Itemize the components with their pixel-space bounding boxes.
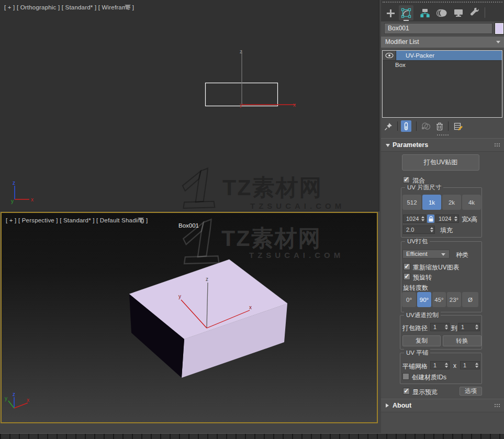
tile-y-spinner[interactable]: 1 (460, 361, 480, 369)
tripod-y-axis (8, 401, 14, 408)
rollout-grip-icon (495, 404, 500, 408)
modifier-stack: UV-Packer Box (382, 50, 502, 118)
modifier-visibility-toggle[interactable] (383, 51, 396, 60)
toolbar-separator (416, 121, 417, 131)
stack-item-uvpacker[interactable]: UV-Packer (383, 51, 502, 60)
panel-drag-handle[interactable] (383, 2, 502, 3)
modifier-list-dropdown[interactable]: Modifier List (381, 37, 504, 48)
aspect-lock-button[interactable] (427, 215, 434, 223)
tab-hierarchy[interactable] (418, 5, 432, 20)
channel-from-spinner[interactable]: 1 (430, 323, 450, 331)
track-bar[interactable] (0, 433, 504, 439)
height-spinner[interactable]: 1024 (435, 215, 459, 223)
spinner-arrows[interactable] (474, 323, 479, 331)
remove-modifier-button[interactable] (434, 120, 445, 132)
tab-create[interactable] (383, 5, 398, 20)
make-unique-button[interactable] (421, 120, 431, 132)
channel-from-value: 1 (431, 323, 443, 331)
viewport-perspective[interactable]: [ + ] [ Perspective ] [ Standard* ] [ De… (1, 212, 378, 423)
padding-label: 填充 (440, 226, 453, 235)
lock-icon (428, 216, 434, 222)
to-label: 到 (451, 324, 457, 333)
rescale-checkbox[interactable]: ✓ (404, 263, 410, 270)
tab-separator (485, 7, 485, 18)
rollout-closed-arrow-icon (386, 403, 389, 408)
material-ids-checkbox-label: 创建材质IDs (412, 373, 446, 382)
pin-icon (384, 122, 393, 131)
create-plus-icon (385, 8, 396, 18)
tab-display[interactable] (451, 5, 466, 20)
rollout-title: Parameters (393, 139, 428, 152)
padding-value: 2.0 (404, 226, 429, 233)
spinner-arrows[interactable] (453, 215, 458, 222)
gizmo-x-label: x (249, 305, 252, 310)
rollout-grip-icon (495, 143, 500, 147)
tripod-x-label: x (27, 397, 29, 403)
options-button[interactable]: 选项 (460, 387, 482, 396)
spinner-arrows[interactable] (443, 362, 449, 369)
rotation-label: 旋转度数 (403, 284, 428, 292)
prerotate-checkbox[interactable]: ✓ (404, 273, 410, 280)
blend-checkbox[interactable]: ✓ (403, 176, 410, 183)
stack-item-label: UV-Packer (396, 51, 502, 60)
copy-button[interactable]: 复制 (402, 335, 441, 346)
object-name-input[interactable]: Box001 (384, 23, 492, 34)
tile-x-value: 1 (431, 362, 443, 369)
rotate-45-button[interactable]: 45° (432, 292, 446, 307)
tab-utilities[interactable] (468, 5, 483, 20)
stack-item-box[interactable]: Box (383, 60, 502, 69)
engine-dropdown[interactable]: Efficient (402, 250, 450, 258)
show-preview-checkbox[interactable]: ✓ (403, 388, 410, 395)
chevron-down-icon (441, 253, 445, 256)
spinner-arrows[interactable] (420, 215, 425, 222)
configure-sets-icon (454, 122, 463, 131)
motion-icon (436, 8, 447, 18)
pin-stack-button[interactable] (383, 120, 394, 132)
tripod-x-label: x (31, 197, 33, 202)
channel-to-spinner[interactable]: 1 (458, 323, 480, 331)
object-color-swatch[interactable] (495, 23, 503, 34)
gizmo-y-label: y (240, 102, 242, 108)
uv-size-group-title: UV 片面尺寸 (405, 184, 443, 192)
rollout-drag-handle[interactable] (437, 134, 449, 136)
rollout-parameters-header[interactable]: Parameters (381, 138, 504, 152)
rotate-free-button[interactable]: Ø (462, 292, 478, 307)
tab-modify[interactable] (399, 5, 413, 20)
spinner-arrows[interactable] (443, 323, 449, 331)
gizmo-z-label: z (206, 276, 208, 282)
size-2k-button[interactable]: 2k (442, 195, 461, 210)
tripod-x-axis (14, 403, 28, 408)
uv-size-group: UV 片面尺寸 512 1k 2k 4k 1024 1024 宽x高 2. (401, 187, 482, 238)
uv-channel-group: UV通道控制 打包路径 1 到 1 复制 转换 (400, 315, 482, 350)
width-spinner[interactable]: 1024 (403, 215, 426, 223)
eye-icon (385, 52, 394, 59)
pack-uv-button[interactable]: 打包UV贴图 (402, 154, 479, 171)
tile-x-spinner[interactable]: 1 (430, 361, 450, 369)
tab-motion[interactable] (434, 5, 449, 20)
tile-grid-label: 平铺网格 (402, 362, 428, 371)
spinner-arrows[interactable] (429, 226, 434, 233)
width-height-label: 宽x高 (462, 215, 477, 224)
size-512-button[interactable]: 512 (402, 195, 421, 210)
convert-button[interactable]: 转换 (443, 335, 481, 346)
viewport-orthographic[interactable]: [ + ] [ Orthographic ] [ Standard* ] [ W… (0, 0, 379, 211)
size-1k-button[interactable]: 1k (422, 195, 441, 210)
material-ids-checkbox[interactable] (402, 373, 409, 380)
rotate-0-button[interactable]: 0° (402, 292, 416, 307)
gizmo-x-label: x (293, 102, 296, 108)
show-end-result-button[interactable] (401, 120, 411, 132)
uv-tile-group: UV 平铺 平铺网格 1 x 1 创建材质IDs (400, 353, 482, 384)
ortho-canvas: z y x z y x (0, 0, 379, 211)
padding-spinner[interactable]: 2.0 (403, 226, 435, 234)
modifier-list-label: Modifier List (385, 38, 419, 46)
gizmo-y-label: y (178, 294, 181, 299)
command-panel-tab-strip (381, 0, 504, 21)
rotate-23-button[interactable]: 23° (447, 292, 461, 307)
rotate-90-button[interactable]: 90° (417, 292, 431, 307)
hierarchy-icon (420, 8, 430, 18)
engine-label: 种类 (456, 251, 468, 260)
spinner-arrows[interactable] (474, 362, 479, 369)
configure-modifier-sets-button[interactable] (453, 120, 464, 132)
size-4k-button[interactable]: 4k (462, 195, 481, 210)
rollout-about-header[interactable]: About (381, 399, 504, 412)
